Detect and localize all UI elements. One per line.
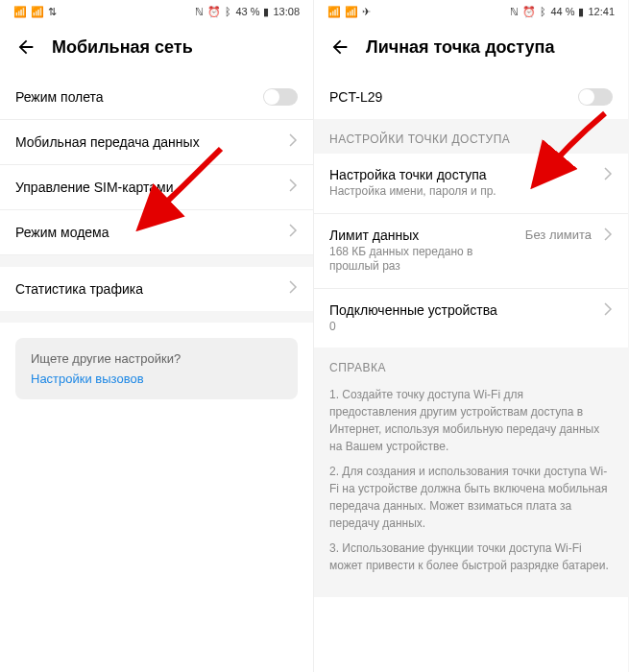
row-subtitle: 0 (329, 320, 595, 335)
hint-box: Ищете другие настройки? Настройки вызово… (15, 338, 298, 399)
chevron-right-icon (603, 302, 613, 320)
row-hotspot-config[interactable]: Настройка точки доступа Настройка имени,… (314, 154, 628, 214)
call-settings-link[interactable]: Настройки вызовов (31, 372, 282, 386)
chevron-right-icon (288, 179, 298, 196)
nfc-icon: ℕ (195, 6, 204, 18)
row-label: Настройка точки доступа (329, 167, 595, 182)
battery-icon: ▮ (578, 6, 584, 18)
phone-right: 📶 📶 ✈ ℕ ⏰ ᛒ 44 % ▮ 12:41 Личная точка до… (314, 0, 628, 672)
status-bar: 📶 📶 ⇅ ℕ ⏰ ᛒ 43 % ▮ 13:08 (0, 0, 313, 23)
chevron-right-icon (288, 133, 298, 151)
hint-title: Ищете другие настройки? (31, 351, 282, 366)
airplane-toggle[interactable] (263, 88, 298, 106)
bluetooth-icon: ᛒ (540, 6, 546, 17)
section-header-hotspot: НАСТРОЙКИ ТОЧКИ ДОСТУПА (314, 119, 628, 154)
row-label: Мобильная передача данных (15, 134, 200, 150)
row-label: Управление SIM-картами (15, 180, 173, 195)
header: Личная точка доступа (314, 23, 628, 75)
row-airplane-mode[interactable]: Режим полета (0, 75, 313, 120)
row-connected-devices[interactable]: Подключенные устройства 0 (314, 289, 628, 348)
row-tethering[interactable]: Режим модема (0, 210, 313, 255)
page-title: Личная точка доступа (366, 37, 554, 58)
bluetooth-icon: ᛒ (225, 6, 231, 17)
help-paragraph: 2. Для создания и использования точки до… (329, 463, 613, 532)
row-sim-management[interactable]: Управление SIM-картами (0, 165, 313, 210)
back-button[interactable] (329, 36, 351, 58)
battery-percent: 44 % (550, 6, 574, 17)
nfc-icon: ℕ (510, 6, 519, 18)
wifi-icon: 📶 (31, 6, 44, 18)
wifi-icon: 📶 (345, 6, 358, 18)
help-paragraph: 1. Создайте точку доступа Wi-Fi для пред… (329, 386, 613, 455)
row-traffic-stats[interactable]: Статистика трафика (0, 267, 313, 311)
telegram-icon: ✈ (362, 6, 371, 18)
chevron-right-icon (603, 167, 613, 184)
time: 13:08 (273, 6, 300, 17)
back-button[interactable] (15, 36, 36, 58)
row-subtitle: Настройка имени, пароля и пр. (329, 184, 595, 200)
help-paragraph: 3. Использование функции точки доступа W… (329, 540, 613, 574)
row-label: Лимит данных (329, 228, 525, 243)
header: Мобильная сеть (0, 23, 313, 75)
chevron-right-icon (603, 228, 613, 245)
hotspot-toggle[interactable] (578, 88, 613, 106)
page-title: Мобильная сеть (52, 37, 193, 58)
phone-left: 📶 📶 ⇅ ℕ ⏰ ᛒ 43 % ▮ 13:08 Мобильная сеть … (0, 0, 314, 672)
battery-icon: ▮ (263, 6, 269, 18)
help-text: 1. Создайте точку доступа Wi-Fi для пред… (314, 382, 628, 597)
row-label: Режим полета (15, 89, 104, 105)
chevron-right-icon (288, 280, 298, 298)
alarm-icon: ⏰ (207, 6, 221, 18)
chevron-right-icon (288, 224, 298, 241)
row-subtitle: 168 КБ данных передано в прошлый раз (329, 245, 525, 275)
time: 12:41 (588, 6, 615, 17)
activity-icon: ⇅ (48, 6, 57, 18)
row-label: PCT-L29 (329, 89, 382, 105)
row-data-limit[interactable]: Лимит данных 168 КБ данных передано в пр… (314, 214, 628, 289)
row-label: Режим модема (15, 225, 109, 240)
row-value: Без лимита (525, 228, 592, 242)
row-label: Подключенные устройства (329, 302, 595, 318)
signal-icon: 📶 (13, 6, 27, 18)
battery-percent: 43 % (235, 6, 259, 17)
row-mobile-data[interactable]: Мобильная передача данных (0, 120, 313, 165)
signal-icon: 📶 (327, 6, 341, 18)
status-bar: 📶 📶 ✈ ℕ ⏰ ᛒ 44 % ▮ 12:41 (314, 0, 628, 23)
row-hotspot-toggle[interactable]: PCT-L29 (314, 75, 628, 119)
section-header-help: СПРАВКА (314, 348, 628, 382)
alarm-icon: ⏰ (522, 6, 536, 18)
row-label: Статистика трафика (15, 281, 143, 297)
